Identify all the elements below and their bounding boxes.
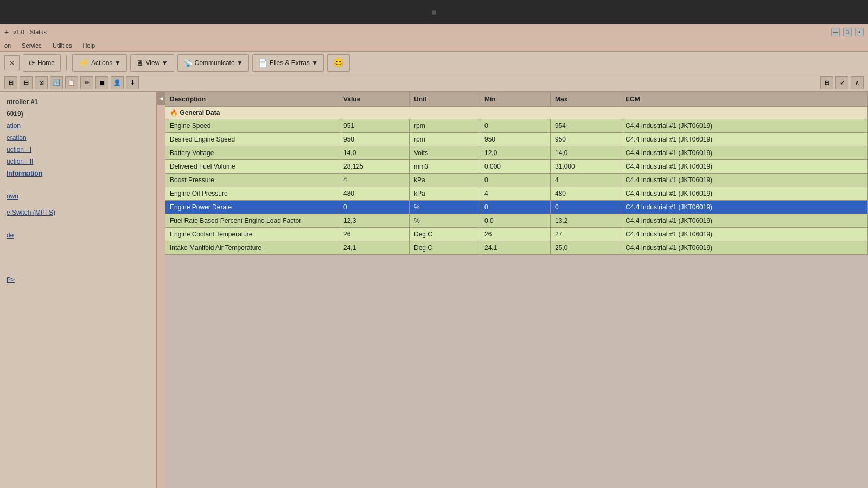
desc-cell: Delivered Fuel Volume [165, 160, 339, 174]
desc-cell: Engine Speed [165, 119, 339, 133]
unit-cell: kPa [410, 187, 480, 201]
col-description: Description [165, 92, 339, 107]
tb2-icon-9[interactable]: ⬇ [126, 76, 139, 89]
tb2-icon-1[interactable]: ⊞ [4, 76, 17, 89]
menu-on[interactable]: on [2, 41, 13, 50]
smiley-icon: 😊 [333, 57, 344, 68]
col-ecm: ECM [621, 92, 868, 107]
table-row[interactable]: Boost Pressure4kPa04C4.4 Industrial #1 (… [165, 174, 868, 187]
files-extras-btn[interactable]: 📄 Files & Extras ▼ [252, 54, 324, 72]
sidebar-item-p[interactable]: P> [0, 274, 156, 286]
table-row[interactable]: Engine Oil Pressure480kPa4480C4.4 Indust… [165, 187, 868, 201]
view-icon: 🖥 [136, 59, 144, 67]
tb2-icon-7[interactable]: ◼ [95, 76, 108, 89]
min-cell: 0 [480, 201, 551, 214]
menu-help[interactable]: Help [80, 41, 97, 50]
ecm-cell: C4.4 Industrial #1 (JKT06019) [621, 201, 868, 214]
max-cell: 0 [551, 201, 621, 214]
communicate-btn[interactable]: 📡 Communicate ▼ [177, 54, 249, 72]
files-extras-label: Files & Extras ▼ [270, 59, 318, 67]
actions-icon: ⚡ [78, 57, 89, 68]
col-unit: Unit [410, 92, 480, 107]
view-btn[interactable]: 🖥 View ▼ [130, 54, 174, 72]
unit-cell: mm3 [410, 160, 480, 174]
value-cell: 480 [339, 187, 410, 201]
desc-cell: Boost Pressure [165, 174, 339, 187]
menu-utilities[interactable]: Utilities [50, 41, 74, 50]
unit-cell: kPa [410, 174, 480, 187]
collapse-all-icon[interactable]: ∧ [851, 76, 864, 89]
min-cell: 0,000 [480, 160, 551, 174]
table-row[interactable]: Engine Coolant Temperature26Deg C2627C4.… [165, 228, 868, 241]
close-window-btn[interactable]: × [855, 28, 864, 36]
tb2-icon-2[interactable]: ⊟ [20, 76, 33, 89]
table-row[interactable]: Desired Engine Speed950rpm950950C4.4 Ind… [165, 133, 868, 146]
sidebar-item-switch[interactable]: e Switch (MPTS) [0, 207, 156, 219]
smiley-btn[interactable]: 😊 [327, 54, 350, 72]
home-btn[interactable]: ⟳ Home [23, 54, 61, 72]
min-cell: 0,0 [480, 214, 551, 228]
title-bar: + v1.0 - Status — □ × [0, 24, 868, 40]
sidebar-item-de[interactable]: de [0, 229, 156, 241]
desc-cell: Engine Coolant Temperature [165, 228, 339, 241]
close-btn[interactable]: × [4, 55, 20, 70]
desc-cell: Battery Voltage [165, 146, 339, 160]
table-row[interactable]: Fuel Rate Based Percent Engine Load Fact… [165, 214, 868, 228]
communicate-label: Communicate ▼ [195, 59, 243, 67]
min-cell: 0 [480, 174, 551, 187]
value-cell: 26 [339, 228, 410, 241]
sidebar-item-uction-ii[interactable]: uction - II [0, 156, 156, 168]
value-cell: 0 [339, 201, 410, 214]
unit-cell: % [410, 201, 480, 214]
sidebar-item-own[interactable]: own [0, 190, 156, 202]
value-cell: 28,125 [339, 160, 410, 174]
minimize-btn[interactable]: — [831, 28, 840, 36]
actions-label: Actions ▼ [91, 59, 121, 67]
sidebar-item-eration[interactable]: eration [0, 132, 156, 144]
controller-label: ntroller #1 [7, 98, 38, 106]
maximize-btn[interactable]: □ [843, 28, 852, 36]
min-cell: 0 [480, 119, 551, 133]
menu-bar: on Service Utilities Help [0, 40, 868, 52]
col-min: Min [480, 92, 551, 107]
max-cell: 480 [551, 187, 621, 201]
sidebar-item-ation[interactable]: ation [0, 120, 156, 132]
value-cell: 4 [339, 174, 410, 187]
sidebar: ntroller #1 6019) ation eration uction -… [0, 92, 157, 488]
fit-icon[interactable]: ⤢ [835, 76, 848, 89]
desc-cell: Intake Manifold Air Temperature [165, 241, 339, 255]
tb2-icon-4[interactable]: 🔢 [50, 76, 63, 89]
menu-service[interactable]: Service [20, 41, 44, 50]
unit-cell: Deg C [410, 228, 480, 241]
camera-dot [432, 10, 436, 15]
group-header-text: General Data [180, 109, 220, 117]
id-text: 6019) [7, 110, 23, 118]
tb2-icon-6[interactable]: ✏ [80, 76, 93, 89]
actions-btn[interactable]: ⚡ Actions ▼ [72, 54, 127, 72]
table-row[interactable]: Battery Voltage14,0Volts12,014,0C4.4 Ind… [165, 146, 868, 160]
table-row[interactable]: Engine Speed951rpm0954C4.4 Industrial #1… [165, 119, 868, 133]
tb2-icon-3[interactable]: ⊠ [35, 76, 48, 89]
table-row[interactable]: Intake Manifold Air Temperature24,1Deg C… [165, 241, 868, 255]
value-cell: 950 [339, 133, 410, 146]
desc-cell: Desired Engine Speed [165, 133, 339, 146]
ecm-cell: C4.4 Industrial #1 (JKT06019) [621, 119, 868, 133]
files-icon: 📄 [258, 59, 267, 67]
max-cell: 950 [551, 133, 621, 146]
sidebar-item-information[interactable]: Information [0, 168, 156, 179]
desc-cell: Fuel Rate Based Percent Engine Load Fact… [165, 214, 339, 228]
max-cell: 4 [551, 174, 621, 187]
tb2-icon-8[interactable]: 👤 [111, 76, 124, 89]
new-tab-btn[interactable]: + [4, 28, 9, 36]
secondary-toolbar: ⊞ ⊟ ⊠ 🔢 📋 ✏ ◼ 👤 ⬇ ⊞ ⤢ ∧ [0, 74, 868, 92]
table-row[interactable]: Delivered Fuel Volume28,125mm30,00031,00… [165, 160, 868, 174]
table-row[interactable]: Engine Power Derate0%00C4.4 Industrial #… [165, 201, 868, 214]
sidebar-item-uction-i[interactable]: uction - I [0, 144, 156, 156]
tb2-icon-5[interactable]: 📋 [65, 76, 78, 89]
min-cell: 26 [480, 228, 551, 241]
grid-view-icon[interactable]: ⊞ [820, 76, 833, 89]
min-cell: 12,0 [480, 146, 551, 160]
value-cell: 12,3 [339, 214, 410, 228]
unit-cell: % [410, 214, 480, 228]
sidebar-collapse-btn[interactable]: ◄ [157, 92, 165, 105]
